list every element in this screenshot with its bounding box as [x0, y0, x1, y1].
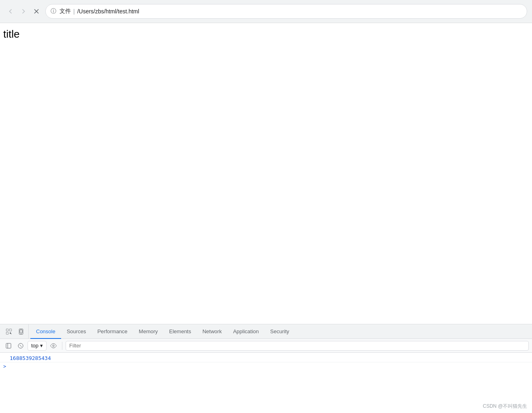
devtools-icons [2, 324, 29, 338]
tab-security[interactable]: Security [264, 325, 295, 339]
svg-rect-3 [9, 329, 11, 331]
svg-point-7 [21, 334, 21, 334]
tab-sources[interactable]: Sources [61, 325, 92, 339]
svg-rect-6 [20, 330, 22, 333]
svg-point-12 [53, 345, 54, 347]
svg-line-11 [19, 345, 21, 347]
tab-performance[interactable]: Performance [92, 325, 133, 339]
devtools-console: 1688539285434 > [0, 353, 532, 413]
clear-console-button[interactable] [15, 341, 26, 351]
filter-input[interactable] [66, 341, 529, 351]
address-bar[interactable]: ⓘ 文件 | /Users/zbs/html/test.html [45, 4, 527, 19]
tab-application[interactable]: Application [228, 325, 265, 339]
page-content: title [0, 23, 532, 324]
console-output-line: 1688539285434 [0, 354, 532, 362]
console-value: 1688539285434 [10, 355, 51, 361]
chevron-down-icon: ▾ [40, 343, 43, 349]
address-separator: | [73, 8, 75, 15]
close-button[interactable] [31, 6, 42, 17]
context-label: top [31, 343, 38, 349]
tab-memory[interactable]: Memory [133, 325, 164, 339]
address-path: /Users/zbs/html/test.html [77, 8, 139, 15]
browser-chrome: ⓘ 文件 | /Users/zbs/html/test.html [0, 0, 532, 23]
tab-console[interactable]: Console [30, 325, 61, 339]
forward-button[interactable] [18, 6, 29, 17]
devtools-tabs: Console Sources Performance Memory Eleme… [0, 324, 532, 339]
back-button[interactable] [5, 6, 16, 17]
page-title: title [3, 28, 19, 40]
svg-rect-4 [6, 332, 8, 334]
device-toolbar-icon[interactable] [15, 326, 27, 337]
console-prompt-line: > [0, 362, 532, 370]
svg-rect-8 [6, 343, 11, 348]
browser-toolbar: ⓘ 文件 | /Users/zbs/html/test.html [0, 0, 532, 23]
nav-buttons [5, 6, 42, 17]
tab-elements[interactable]: Elements [164, 325, 197, 339]
svg-rect-2 [6, 329, 8, 331]
devtools-panel: Console Sources Performance Memory Eleme… [0, 324, 532, 413]
address-protocol: 文件 [60, 8, 71, 15]
context-selector[interactable]: top ▾ [28, 341, 47, 351]
element-picker-icon[interactable] [3, 326, 15, 337]
info-icon: ⓘ [51, 8, 56, 15]
eye-icon-button[interactable] [48, 341, 59, 351]
toolbar-divider [62, 342, 62, 350]
console-chevron-icon: > [3, 364, 6, 369]
address-text: 文件 | /Users/zbs/html/test.html [60, 8, 139, 15]
watermark: CSDN @不叫猫先生 [483, 403, 527, 410]
tab-network[interactable]: Network [197, 325, 228, 339]
sidebar-toggle-button[interactable] [3, 341, 14, 351]
devtools-toolbar: top ▾ [0, 339, 532, 353]
